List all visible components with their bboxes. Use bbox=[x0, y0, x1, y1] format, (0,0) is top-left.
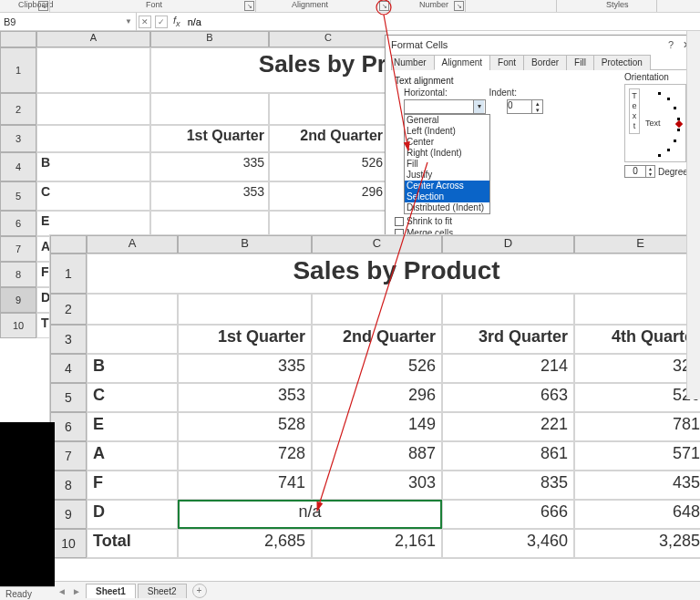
row-header[interactable]: 3 bbox=[0, 125, 36, 152]
sheet-tab[interactable]: Sheet2 bbox=[138, 584, 187, 598]
launcher-icon[interactable]: ↘ bbox=[38, 1, 48, 11]
value-cell[interactable]: 3,460 bbox=[442, 529, 574, 558]
row-header[interactable]: 5 bbox=[50, 383, 87, 412]
row-header[interactable]: 2 bbox=[0, 93, 36, 125]
fx-icon[interactable]: fx bbox=[173, 15, 180, 28]
value-cell[interactable]: 526 bbox=[574, 383, 700, 412]
horiz-option[interactable]: Left (Indent) bbox=[405, 126, 489, 137]
degrees-value[interactable]: 0 bbox=[624, 165, 646, 178]
orientation-wheel[interactable]: Text Text bbox=[624, 84, 686, 162]
row-header[interactable]: 6 bbox=[50, 412, 87, 441]
col-header[interactable]: C bbox=[312, 235, 442, 253]
cell[interactable] bbox=[574, 294, 700, 325]
product-cell[interactable]: D bbox=[87, 500, 178, 529]
select-all-corner[interactable] bbox=[50, 235, 87, 253]
cell[interactable] bbox=[87, 325, 178, 354]
cell[interactable] bbox=[178, 294, 312, 325]
cancel-icon[interactable]: ✕ bbox=[139, 16, 151, 28]
dropdown-icon[interactable]: ▼ bbox=[125, 17, 132, 26]
value-cell[interactable]: 648 bbox=[574, 500, 700, 529]
value-cell[interactable]: 324 bbox=[574, 354, 700, 383]
cell[interactable] bbox=[312, 294, 442, 325]
select-all-corner[interactable] bbox=[0, 31, 36, 47]
launcher-icon[interactable]: ↘ bbox=[454, 1, 464, 11]
value-cell[interactable]: 741 bbox=[178, 471, 312, 500]
value-cell[interactable]: 835 bbox=[442, 471, 574, 500]
tab-fill[interactable]: Fill bbox=[566, 55, 594, 70]
cell[interactable] bbox=[150, 93, 269, 125]
horiz-option[interactable]: Distributed (Indent) bbox=[405, 202, 489, 213]
value-cell[interactable]: 353 bbox=[178, 383, 312, 412]
sheet-nav-prev-icon[interactable]: ◄ bbox=[55, 586, 69, 596]
alignment-launcher-icon[interactable]: ↘ bbox=[379, 1, 389, 11]
sheet-nav-next-icon[interactable]: ► bbox=[69, 586, 84, 596]
quarter-header[interactable]: 2nd Quarter bbox=[269, 125, 387, 152]
product-cell[interactable]: E bbox=[36, 211, 150, 236]
tab-protection[interactable]: Protection bbox=[593, 55, 651, 70]
value-cell[interactable]: 861 bbox=[442, 441, 574, 471]
row-header[interactable]: 8 bbox=[0, 262, 36, 287]
quarter-header[interactable]: 2nd Quarter bbox=[312, 325, 442, 354]
value-cell[interactable]: 335 bbox=[178, 354, 312, 383]
horiz-option[interactable]: Fill bbox=[405, 159, 489, 170]
sheet-tab[interactable]: Sheet1 bbox=[86, 584, 136, 598]
value-cell[interactable]: 2,161 bbox=[312, 529, 442, 558]
product-cell[interactable]: Total bbox=[87, 529, 178, 558]
horiz-option[interactable]: Center Across Selection bbox=[405, 181, 489, 202]
spinner-icon[interactable]: ▴▾ bbox=[532, 99, 543, 114]
row-header[interactable]: 6 bbox=[0, 211, 36, 236]
value-cell[interactable]: 303 bbox=[312, 471, 442, 500]
horiz-option[interactable]: Center bbox=[405, 137, 489, 148]
quarter-header[interactable]: 1st Quarter bbox=[178, 325, 312, 354]
value-cell[interactable] bbox=[269, 211, 387, 236]
vertical-scrollbar[interactable] bbox=[686, 31, 700, 399]
row-header[interactable]: 5 bbox=[0, 181, 36, 211]
horiz-option[interactable]: Justify bbox=[405, 170, 489, 181]
value-cell[interactable]: 2,685 bbox=[178, 529, 312, 558]
product-cell[interactable]: A bbox=[87, 441, 178, 471]
product-cell[interactable]: B bbox=[36, 152, 150, 181]
col-header[interactable]: B bbox=[178, 235, 312, 253]
cell[interactable] bbox=[36, 125, 150, 152]
value-cell[interactable]: 663 bbox=[442, 383, 574, 412]
formula-input[interactable] bbox=[184, 16, 700, 28]
name-box[interactable]: B9 ▼ bbox=[0, 13, 137, 31]
row-header[interactable]: 8 bbox=[50, 471, 87, 500]
tab-alignment[interactable]: Alignment bbox=[434, 55, 490, 70]
value-cell[interactable]: 571 bbox=[574, 441, 700, 471]
product-cell[interactable]: F bbox=[87, 471, 178, 500]
col-header[interactable]: D bbox=[442, 235, 574, 253]
row-header[interactable]: 9 bbox=[0, 287, 36, 313]
checkbox-icon[interactable] bbox=[395, 217, 404, 226]
value-cell[interactable]: 353 bbox=[150, 181, 269, 211]
help-icon[interactable]: ? bbox=[664, 39, 677, 50]
row-header[interactable]: 1 bbox=[50, 253, 87, 294]
quarter-header[interactable]: 1st Quarter bbox=[150, 125, 269, 152]
tab-border[interactable]: Border bbox=[523, 55, 567, 70]
value-cell[interactable]: 214 bbox=[442, 354, 574, 383]
quarter-header[interactable]: 3rd Quarter bbox=[442, 325, 574, 354]
merged-selection[interactable]: n/a bbox=[178, 500, 442, 529]
row-header[interactable]: 10 bbox=[0, 313, 36, 338]
cell[interactable] bbox=[87, 294, 178, 325]
worksheet-front[interactable]: A B C D E 1 Sales by Product 2 3 1st Qua… bbox=[50, 235, 700, 558]
tab-font[interactable]: Font bbox=[489, 55, 524, 70]
product-cell[interactable]: E bbox=[87, 412, 178, 441]
spinner-icon[interactable]: ▴▾ bbox=[646, 165, 655, 178]
row-header[interactable]: 3 bbox=[50, 325, 87, 354]
cell[interactable] bbox=[36, 47, 150, 93]
value-cell[interactable]: 887 bbox=[312, 441, 442, 471]
horizontal-options[interactable]: GeneralLeft (Indent)CenterRight (Indent)… bbox=[404, 114, 490, 214]
value-cell[interactable] bbox=[150, 211, 269, 236]
launcher-icon[interactable]: ↘ bbox=[244, 1, 254, 11]
product-cell[interactable]: B bbox=[87, 354, 178, 383]
col-header[interactable]: A bbox=[87, 235, 178, 253]
value-cell[interactable]: 526 bbox=[312, 354, 442, 383]
row-header[interactable]: 2 bbox=[50, 294, 87, 325]
horiz-option[interactable]: Right (Indent) bbox=[405, 148, 489, 159]
horiz-option[interactable]: General bbox=[405, 115, 489, 126]
title-cell[interactable]: Sales by Product bbox=[87, 253, 700, 294]
cell[interactable] bbox=[36, 93, 150, 125]
tab-number[interactable]: Number bbox=[391, 55, 435, 70]
col-header[interactable]: A bbox=[36, 31, 150, 47]
